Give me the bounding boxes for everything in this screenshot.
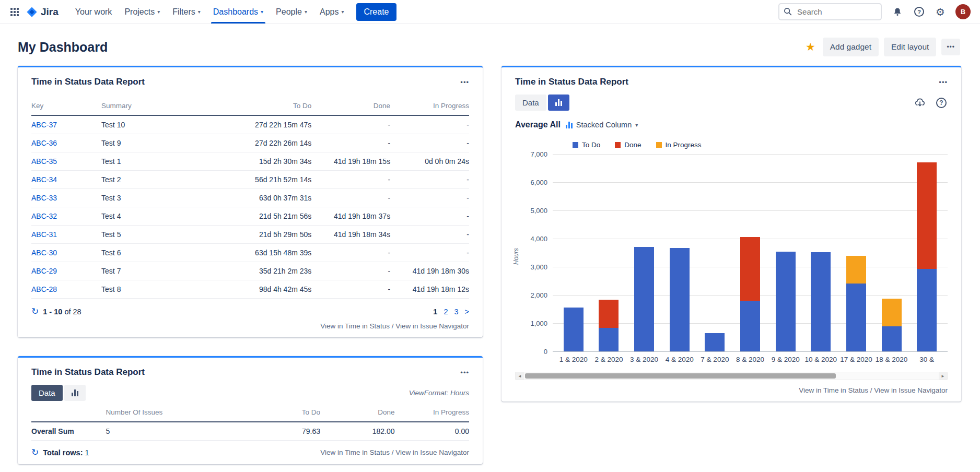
data-view-button[interactable]: Data bbox=[31, 385, 63, 401]
gadget3-view-toggle: Data bbox=[515, 95, 569, 111]
bar-cell bbox=[803, 252, 838, 351]
sum-cell: 5 bbox=[106, 422, 224, 441]
view-in-issue-navigator-link[interactable]: View in Issue Navigator bbox=[395, 449, 469, 456]
page-link-3[interactable]: 3 bbox=[454, 308, 458, 316]
view-in-time-in-status-link[interactable]: View in Time in Status bbox=[320, 449, 390, 456]
table-cell: Test 4 bbox=[101, 207, 215, 226]
y-axis-title: Hours bbox=[512, 248, 520, 265]
chart-bars bbox=[553, 154, 948, 351]
user-avatar[interactable]: B bbox=[955, 4, 971, 19]
table-cell: - bbox=[311, 171, 390, 189]
view-in-time-in-status-link[interactable]: View in Time in Status bbox=[799, 386, 868, 394]
search-input[interactable] bbox=[778, 3, 882, 20]
dashboard-more-button[interactable]: ••• bbox=[941, 39, 960, 55]
y-tick-label: 7,000 bbox=[530, 150, 547, 158]
app-switcher-icon[interactable] bbox=[7, 5, 22, 19]
bar-chart-icon bbox=[72, 390, 78, 396]
notifications-icon[interactable] bbox=[891, 6, 904, 18]
nav-item-people[interactable]: People▾ bbox=[270, 0, 313, 23]
gadget3-header: Time in Status Data Report ••• bbox=[515, 77, 948, 87]
gadget2-more-icon[interactable]: ••• bbox=[460, 369, 469, 376]
legend-swatch bbox=[573, 142, 578, 148]
result-range-rest: of 28 bbox=[64, 308, 81, 316]
create-button[interactable]: Create bbox=[356, 3, 396, 21]
view-in-issue-navigator-link[interactable]: View in Issue Navigator bbox=[395, 322, 469, 330]
page-link-2[interactable]: 2 bbox=[444, 308, 448, 316]
column-header-summary: Summary bbox=[101, 100, 215, 115]
bar-cell bbox=[909, 162, 944, 351]
chart-tools: ? bbox=[913, 96, 948, 110]
table-row: ABC-36Test 927d 22h 26m 14s-- bbox=[31, 134, 469, 152]
data-view-button[interactable]: Data bbox=[515, 95, 546, 111]
bar-cell bbox=[874, 299, 909, 351]
table-cell: - bbox=[311, 262, 390, 280]
view-in-time-in-status-link[interactable]: View in Time in Status bbox=[320, 322, 390, 330]
issue-key-link[interactable]: ABC-36 bbox=[31, 139, 57, 147]
legend-item-in-progress[interactable]: In Progress bbox=[656, 141, 702, 149]
table-cell: Test 1 bbox=[101, 152, 215, 171]
issue-key-link[interactable]: ABC-30 bbox=[31, 249, 57, 257]
table-cell: 63d 15h 48m 39s bbox=[215, 244, 311, 262]
issue-key-link[interactable]: ABC-35 bbox=[31, 157, 57, 166]
legend-item-to-do[interactable]: To Do bbox=[573, 141, 600, 149]
scroll-right-arrow[interactable]: ► bbox=[939, 372, 947, 380]
bar-segment-to-do bbox=[634, 247, 654, 351]
table-cell: - bbox=[390, 189, 469, 207]
sum-cell: 79.63 bbox=[224, 422, 320, 441]
table-cell: 15d 2h 30m 34s bbox=[215, 152, 311, 171]
download-chart-icon[interactable] bbox=[913, 96, 927, 110]
column-header-to-do: To Do bbox=[215, 100, 311, 115]
issue-key-link[interactable]: ABC-32 bbox=[31, 212, 57, 220]
nav-item-apps[interactable]: Apps▾ bbox=[313, 0, 351, 23]
table-cell: 41d 19h 18m 30s bbox=[390, 262, 469, 280]
nav-item-label: Your work bbox=[75, 7, 112, 17]
scrollbar-thumb[interactable] bbox=[525, 373, 836, 379]
bar-segment-in-progress bbox=[846, 256, 866, 284]
chart-view-button[interactable] bbox=[64, 385, 86, 401]
next-page-link[interactable]: > bbox=[465, 308, 469, 316]
jira-logo[interactable]: Jira bbox=[26, 6, 59, 18]
issue-key-link[interactable]: ABC-37 bbox=[31, 121, 57, 129]
gadget1-more-icon[interactable]: ••• bbox=[460, 78, 469, 86]
nav-item-your-work[interactable]: Your work bbox=[69, 0, 119, 23]
chart-view-button[interactable] bbox=[548, 95, 569, 111]
refresh-icon[interactable]: ↻ bbox=[31, 448, 39, 457]
bar-segment-done bbox=[917, 162, 937, 269]
page-link-1[interactable]: 1 bbox=[433, 308, 437, 316]
table-cell: 41d 19h 18m 12s bbox=[390, 280, 469, 299]
issue-key-cell: ABC-31 bbox=[31, 226, 101, 244]
chart-type-dropdown[interactable]: Stacked Column ▾ bbox=[566, 121, 638, 129]
issue-key-link[interactable]: ABC-34 bbox=[31, 175, 57, 184]
legend-item-done[interactable]: Done bbox=[615, 141, 641, 149]
nav-item-projects[interactable]: Projects▾ bbox=[118, 0, 166, 23]
issue-key-link[interactable]: ABC-33 bbox=[31, 194, 57, 202]
nav-right: ? ⚙ B bbox=[778, 3, 971, 20]
table-row: ABC-28Test 898d 4h 42m 45s-41d 19h 18m 1… bbox=[31, 280, 469, 299]
table-cell: - bbox=[390, 115, 469, 134]
add-gadget-button[interactable]: Add gadget bbox=[823, 38, 879, 56]
scroll-left-arrow[interactable]: ◄ bbox=[516, 372, 524, 380]
chart-help-icon[interactable]: ? bbox=[935, 97, 948, 109]
view-in-issue-navigator-link[interactable]: View in Issue Navigator bbox=[874, 386, 948, 394]
column-header-number-of-issues: Number Of Issues bbox=[106, 406, 224, 422]
issue-key-link[interactable]: ABC-29 bbox=[31, 267, 57, 275]
result-range-bold: 1 - 10 bbox=[43, 308, 62, 316]
refresh-icon[interactable]: ↻ bbox=[31, 307, 39, 316]
table-cell: Test 5 bbox=[101, 226, 215, 244]
table-row: ABC-32Test 421d 5h 21m 56s41d 19h 18m 37… bbox=[31, 207, 469, 226]
gadget3-more-icon[interactable]: ••• bbox=[939, 78, 948, 86]
nav-item-filters[interactable]: Filters▾ bbox=[166, 0, 207, 23]
edit-layout-button[interactable]: Edit layout bbox=[884, 38, 936, 56]
help-icon[interactable]: ? bbox=[913, 6, 925, 18]
chart-horizontal-scrollbar[interactable]: ◄ ► bbox=[515, 372, 948, 380]
settings-gear-icon[interactable]: ⚙ bbox=[935, 6, 946, 18]
nav-item-dashboards[interactable]: Dashboards▾ bbox=[207, 0, 270, 23]
x-axis-label: 4 & 2020 bbox=[662, 356, 697, 363]
favorite-star-icon[interactable]: ★ bbox=[806, 41, 815, 53]
gadget2-table: Number Of IssuesTo DoDoneIn Progress Ove… bbox=[31, 406, 469, 441]
issue-key-link[interactable]: ABC-31 bbox=[31, 230, 57, 239]
issue-key-cell: ABC-36 bbox=[31, 134, 101, 152]
issue-key-link[interactable]: ABC-28 bbox=[31, 285, 57, 293]
table-cell: 41d 19h 18m 15s bbox=[311, 152, 390, 171]
x-axis-label: 10 & 2020 bbox=[803, 356, 838, 363]
